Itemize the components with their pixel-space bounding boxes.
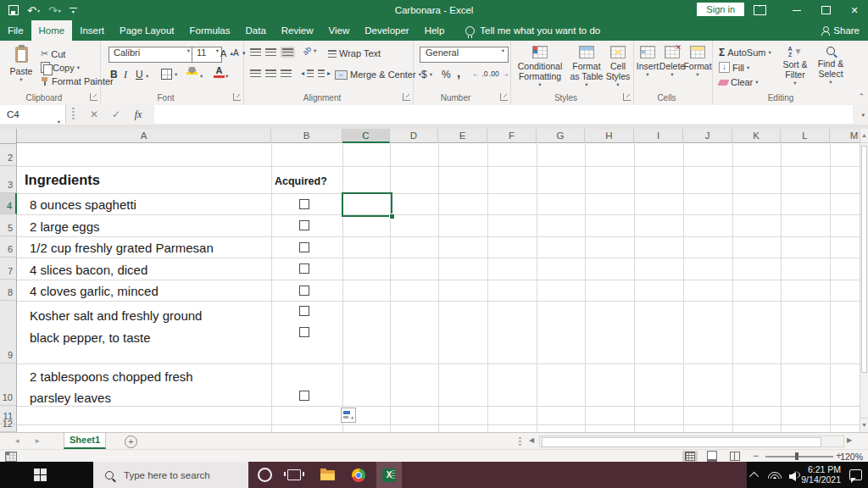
scroll-right-icon[interactable]: ▶ <box>847 435 852 446</box>
fill-button[interactable]: ↓Fill▾ <box>719 62 749 73</box>
redo-button[interactable]: ↷▾ <box>45 1 64 19</box>
align-right-button[interactable] <box>281 69 292 77</box>
tab-page-layout[interactable]: Page Layout <box>112 20 182 41</box>
start-button[interactable] <box>0 462 41 488</box>
formula-input[interactable] <box>154 105 853 124</box>
merge-center-button[interactable]: ↔Merge & Center▾ <box>335 69 421 80</box>
enter-formula-button[interactable]: ✓ <box>105 104 127 125</box>
paste-button[interactable]: Paste ▾ <box>7 47 36 83</box>
zoom-out-button[interactable]: − <box>753 450 759 462</box>
fill-handle[interactable] <box>389 214 395 219</box>
new-sheet-button[interactable]: + <box>125 435 137 448</box>
row-header-7[interactable]: 7 <box>0 258 17 280</box>
column-header-H[interactable]: H <box>585 129 634 143</box>
column-header-C[interactable]: C <box>342 129 390 143</box>
font-size-select[interactable]: 11▾ <box>192 47 222 63</box>
collapse-ribbon-icon[interactable]: ⌃ <box>858 92 865 101</box>
scroll-down-icon[interactable]: ▼ <box>860 418 868 432</box>
row-header-6[interactable]: 6 <box>0 236 17 258</box>
tell-me-box[interactable]: Tell me what you want to do <box>465 20 600 41</box>
align-center-button[interactable] <box>265 69 276 77</box>
column-header-J[interactable]: J <box>683 129 732 143</box>
cell-A5[interactable]: 2 large eggs <box>30 218 265 236</box>
increase-font-button[interactable]: A▲ <box>220 48 234 58</box>
column-header-E[interactable]: E <box>438 129 487 143</box>
checkbox-row9-1[interactable] <box>299 306 309 316</box>
undo-button[interactable]: ↶▾ <box>24 1 43 19</box>
zoom-slider-track[interactable] <box>765 456 833 458</box>
font-dialog-launcher-icon[interactable] <box>233 93 241 101</box>
number-dialog-launcher-icon[interactable] <box>500 93 508 101</box>
cancel-formula-button[interactable]: ✕ <box>83 104 105 125</box>
clear-button[interactable]: Clear▾ <box>719 77 759 87</box>
alignment-dialog-launcher-icon[interactable] <box>403 93 410 101</box>
spreadsheet-grid[interactable]: ABCDEFGHIJKLM23456789101112IngredientsAc… <box>0 129 868 432</box>
tray-expand-button[interactable] <box>746 462 765 488</box>
select-all-button[interactable] <box>0 129 17 144</box>
column-header-D[interactable]: D <box>390 129 438 143</box>
format-cells-button[interactable]: Format▾ <box>685 46 710 78</box>
row-header-5[interactable]: 5 <box>0 214 17 236</box>
tab-data[interactable]: Data <box>238 20 274 41</box>
column-header-K[interactable]: K <box>732 129 781 143</box>
checkbox-row9-2[interactable] <box>299 327 309 337</box>
scroll-up-icon[interactable]: ▲ <box>860 129 868 143</box>
page-break-view-button[interactable] <box>727 451 743 462</box>
share-button[interactable]: Share <box>821 20 860 41</box>
sign-in-button[interactable]: Sign in <box>697 3 744 16</box>
decrease-decimal-button[interactable]: .00→ <box>489 69 509 78</box>
ribbon-display-options-button[interactable]: ⌃ <box>746 0 773 20</box>
checkbox-row7[interactable] <box>299 263 309 274</box>
excel-taskbar-button[interactable]: X <box>376 462 402 488</box>
minimize-button[interactable] <box>783 0 810 20</box>
row-header-3[interactable]: 3 <box>0 166 17 193</box>
row-header-4[interactable]: 4 <box>0 193 17 214</box>
insert-options-button[interactable]: + <box>341 408 356 423</box>
font-color-button[interactable]: A <box>214 66 225 78</box>
tab-formulas[interactable]: Formulas <box>182 20 238 41</box>
conditional-formatting-button[interactable]: Conditional Formatting▾ <box>513 46 567 88</box>
copy-button[interactable]: Copy▾ <box>41 62 80 73</box>
taskbar-clock[interactable]: 6:21 PM 9/14/2021 <box>801 464 841 485</box>
tab-view[interactable]: View <box>321 20 358 41</box>
column-header-B[interactable]: B <box>271 129 342 143</box>
cell-A7[interactable]: 4 slices bacon, diced <box>30 261 265 280</box>
bold-button[interactable]: B <box>110 69 118 80</box>
autosum-button[interactable]: ΣAutoSum▾ <box>719 47 771 58</box>
delete-cells-button[interactable]: ✕ Delete▾ <box>660 46 684 78</box>
insert-function-button[interactable]: fx <box>127 104 149 125</box>
next-sheet-icon[interactable]: ▸ <box>36 436 40 445</box>
cortana-button[interactable] <box>252 462 277 488</box>
normal-view-button[interactable] <box>682 451 698 462</box>
vertical-scroll-thumb[interactable] <box>861 146 867 373</box>
column-header-F[interactable]: F <box>487 129 537 143</box>
row-header-9[interactable]: 9 <box>0 301 17 363</box>
scroll-left-icon[interactable]: ◀ <box>529 435 534 446</box>
tab-review[interactable]: Review <box>274 20 321 41</box>
taskbar-search[interactable]: Type here to search <box>93 462 248 488</box>
horizontal-scrollbar[interactable] <box>539 435 844 447</box>
cut-button[interactable]: ✂Cut <box>41 48 65 59</box>
save-button[interactable] <box>5 1 22 19</box>
decrease-indent-button[interactable]: ◂ <box>301 69 314 77</box>
sort-filter-button[interactable]: AZ▼ Sort & Filter▾ <box>778 46 812 86</box>
cell-B3[interactable]: Acquired? <box>275 175 341 188</box>
cell-A8[interactable]: 4 cloves garlic, minced <box>30 282 265 301</box>
network-button[interactable] <box>765 462 785 488</box>
orientation-button[interactable]: ab▾ <box>303 47 316 55</box>
align-bottom-button[interactable] <box>281 47 295 58</box>
tabbar-splitter[interactable] <box>519 437 521 446</box>
vertical-scrollbar[interactable]: ▲ ▼ <box>860 129 868 432</box>
increase-indent-button[interactable]: ▸ <box>318 69 331 77</box>
column-header-L[interactable]: L <box>781 129 830 143</box>
close-button[interactable]: ✕ <box>841 0 868 20</box>
underline-button[interactable]: U <box>136 69 143 80</box>
currency-button[interactable]: $▾ <box>421 69 432 80</box>
horizontal-scroll-thumb[interactable] <box>542 437 821 447</box>
comma-button[interactable]: , <box>457 65 460 80</box>
align-top-button[interactable] <box>250 48 261 56</box>
chrome-button[interactable] <box>346 462 371 488</box>
cell-A10[interactable]: 2 tablespoons chopped fresh parsley leav… <box>30 366 265 408</box>
font-color-dropdown[interactable]: ▾ <box>225 73 228 80</box>
fill-color-button[interactable] <box>186 67 198 75</box>
